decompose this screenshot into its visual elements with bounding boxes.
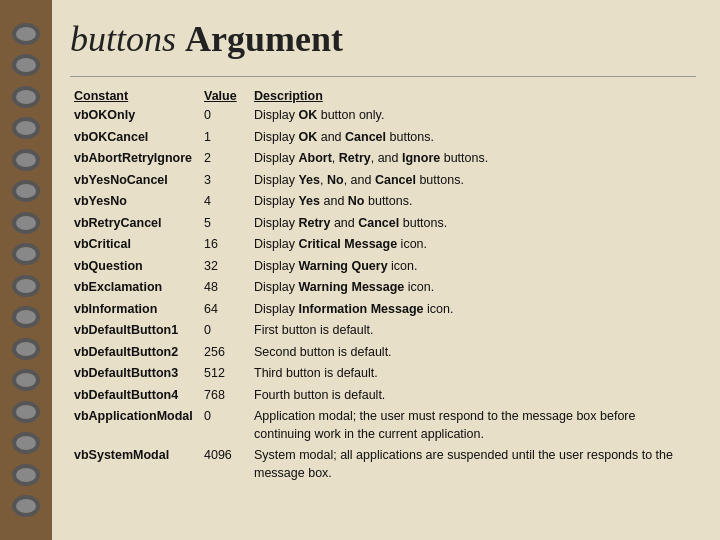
constant-vbDefaultButton3: vbDefaultButton3 (70, 363, 200, 385)
constant-vbCritical: vbCritical (70, 234, 200, 256)
table-row: vbRetryCancel 5 Display Retry and Cancel… (70, 213, 696, 235)
desc-vbOKCancel: Display OK and Cancel buttons. (250, 127, 696, 149)
value-vbSystemModal: 4096 (200, 445, 250, 484)
desc-vbExclamation: Display Warning Message icon. (250, 277, 696, 299)
spiral-ring (12, 401, 40, 423)
constant-vbAbortRetryIgnore: vbAbortRetryIgnore (70, 148, 200, 170)
value-vbOKOnly: 0 (200, 105, 250, 127)
table-row: vbInformation 64 Display Information Mes… (70, 299, 696, 321)
page-title: buttons Argument (70, 18, 696, 60)
desc-vbDefaultButton1: First button is default. (250, 320, 696, 342)
table-row: vbDefaultButton3 512 Third button is def… (70, 363, 696, 385)
value-vbAbortRetryIgnore: 2 (200, 148, 250, 170)
desc-vbDefaultButton2: Second button is default. (250, 342, 696, 364)
desc-vbRetryCancel: Display Retry and Cancel buttons. (250, 213, 696, 235)
spiral-ring (12, 464, 40, 486)
spiral-ring (12, 212, 40, 234)
table-row: vbDefaultButton4 768 Fourth button is de… (70, 385, 696, 407)
table-row: vbDefaultButton2 256 Second button is de… (70, 342, 696, 364)
value-vbDefaultButton3: 512 (200, 363, 250, 385)
table-row: vbQuestion 32 Display Warning Query icon… (70, 256, 696, 278)
spiral-ring (12, 117, 40, 139)
divider (70, 76, 696, 77)
spiral-ring (12, 23, 40, 45)
constant-vbOKCancel: vbOKCancel (70, 127, 200, 149)
table-row: vbYesNoCancel 3 Display Yes, No, and Can… (70, 170, 696, 192)
table-row: vbOKOnly 0 Display OK button only. (70, 105, 696, 127)
spiral-ring (12, 243, 40, 265)
value-vbDefaultButton1: 0 (200, 320, 250, 342)
constant-vbDefaultButton1: vbDefaultButton1 (70, 320, 200, 342)
constant-vbRetryCancel: vbRetryCancel (70, 213, 200, 235)
desc-vbApplicationModal: Application modal; the user must respond… (250, 406, 696, 445)
title-italic: buttons (70, 19, 176, 59)
value-vbOKCancel: 1 (200, 127, 250, 149)
value-vbCritical: 16 (200, 234, 250, 256)
header-constant: Constant (70, 87, 200, 105)
table-row: vbOKCancel 1 Display OK and Cancel butto… (70, 127, 696, 149)
desc-vbSystemModal: System modal; all applications are suspe… (250, 445, 696, 484)
value-vbApplicationModal: 0 (200, 406, 250, 445)
constant-vbApplicationModal: vbApplicationModal (70, 406, 200, 445)
desc-vbYesNoCancel: Display Yes, No, and Cancel buttons. (250, 170, 696, 192)
table-row: vbApplicationModal 0 Application modal; … (70, 406, 696, 445)
constants-table: Constant Value Description vbOKOnly 0 Di… (70, 87, 696, 484)
constant-vbOKOnly: vbOKOnly (70, 105, 200, 127)
desc-vbDefaultButton4: Fourth button is default. (250, 385, 696, 407)
value-vbRetryCancel: 5 (200, 213, 250, 235)
table-row: vbSystemModal 4096 System modal; all app… (70, 445, 696, 484)
spiral-ring (12, 338, 40, 360)
constant-vbYesNoCancel: vbYesNoCancel (70, 170, 200, 192)
value-vbYesNo: 4 (200, 191, 250, 213)
constant-vbDefaultButton4: vbDefaultButton4 (70, 385, 200, 407)
spiral-ring (12, 306, 40, 328)
spiral-ring (12, 86, 40, 108)
spiral-binding (0, 0, 52, 540)
title-bold: Argument (185, 19, 343, 59)
spiral-ring (12, 54, 40, 76)
table-row: vbCritical 16 Display Critical Message i… (70, 234, 696, 256)
content-area: buttons Argument Constant Value Descript… (52, 0, 720, 540)
header-description: Description (250, 87, 696, 105)
desc-vbCritical: Display Critical Message icon. (250, 234, 696, 256)
desc-vbDefaultButton3: Third button is default. (250, 363, 696, 385)
header-value: Value (200, 87, 250, 105)
spiral-ring (12, 495, 40, 517)
constant-vbInformation: vbInformation (70, 299, 200, 321)
constant-vbDefaultButton2: vbDefaultButton2 (70, 342, 200, 364)
constant-vbYesNo: vbYesNo (70, 191, 200, 213)
desc-vbYesNo: Display Yes and No buttons. (250, 191, 696, 213)
desc-vbAbortRetryIgnore: Display Abort, Retry, and Ignore buttons… (250, 148, 696, 170)
constant-vbSystemModal: vbSystemModal (70, 445, 200, 484)
table-row: vbAbortRetryIgnore 2 Display Abort, Retr… (70, 148, 696, 170)
desc-vbQuestion: Display Warning Query icon. (250, 256, 696, 278)
spiral-ring (12, 180, 40, 202)
value-vbDefaultButton4: 768 (200, 385, 250, 407)
value-vbYesNoCancel: 3 (200, 170, 250, 192)
desc-vbInformation: Display Information Message icon. (250, 299, 696, 321)
constant-vbQuestion: vbQuestion (70, 256, 200, 278)
value-vbExclamation: 48 (200, 277, 250, 299)
desc-vbOKOnly: Display OK button only. (250, 105, 696, 127)
spiral-ring (12, 369, 40, 391)
table-row: vbDefaultButton1 0 First button is defau… (70, 320, 696, 342)
spiral-ring (12, 275, 40, 297)
spiral-ring (12, 432, 40, 454)
spiral-ring (12, 149, 40, 171)
table-row: vbYesNo 4 Display Yes and No buttons. (70, 191, 696, 213)
value-vbDefaultButton2: 256 (200, 342, 250, 364)
value-vbInformation: 64 (200, 299, 250, 321)
value-vbQuestion: 32 (200, 256, 250, 278)
table-row: vbExclamation 48 Display Warning Message… (70, 277, 696, 299)
constant-vbExclamation: vbExclamation (70, 277, 200, 299)
